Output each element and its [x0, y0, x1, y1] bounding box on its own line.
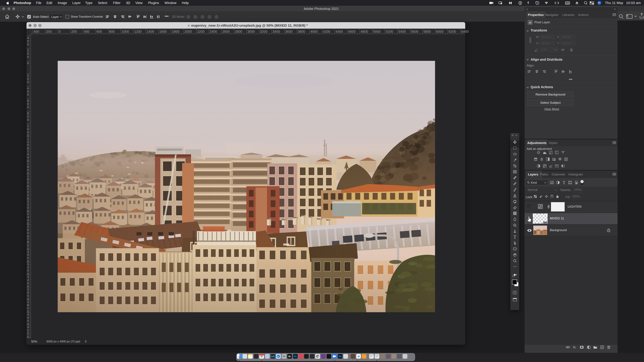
- svg-text:fx: fx: [573, 346, 576, 349]
